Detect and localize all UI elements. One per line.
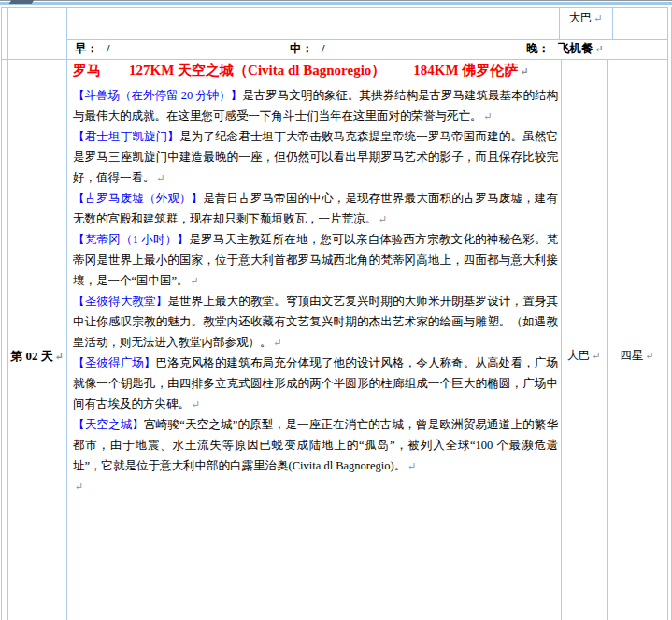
itinerary-document-page: 大巴↵ 早：/ 中：/ 晚：飞机餐↵ 第 02 天↵ 罗马 127KM 天空之城… <box>0 0 672 620</box>
row-divider-below-meals <box>1 59 668 60</box>
itinerary-paragraph: 【君士坦丁凯旋门】是为了纪念君士坦丁大帝击败马克森提皇帝统一罗马帝国而建的。虽然… <box>73 126 558 188</box>
paragraph-heading: 【君士坦丁凯旋门】 <box>73 130 179 143</box>
paragraph-heading: 【圣彼得广场】 <box>73 356 156 369</box>
top-row-hotel-divider <box>612 7 613 39</box>
corner-mark <box>9 0 35 4</box>
paragraph-heading: 【古罗马废墟（外观）】 <box>73 192 203 205</box>
lunch-field: 中：/ <box>290 41 324 57</box>
empty-paragraph: ↵ <box>73 476 558 497</box>
paragraph-mark-icon: ↵ <box>593 12 602 23</box>
paragraph-mark-icon: ↵ <box>75 481 83 492</box>
dinner-field: 晚：飞机餐↵ <box>526 41 604 57</box>
dinner-label: 晚： <box>526 42 550 55</box>
day-cell: 第 02 天↵ <box>7 348 66 365</box>
paragraph-text: 宫崎骏“天空之城”的原型，是一座正在消亡的古城，曾是欧洲贸易通道上的繁华都市，由… <box>73 418 558 472</box>
top-transport-label: 大巴 <box>568 11 592 24</box>
paragraph-mark-icon: ↵ <box>484 110 493 122</box>
breakfast-value: / <box>107 42 109 55</box>
table-top-border <box>1 7 667 8</box>
hotel-cell: 四星↵ <box>607 348 667 364</box>
paragraph-list: 【斗兽场（在外停留 20 分钟）】是古罗马文明的象征。其拱券结构是古罗马建筑最基… <box>73 85 558 476</box>
table-right-inner-border <box>667 7 668 620</box>
top-window-edge <box>0 0 672 1</box>
paragraph-mark-icon: ↵ <box>520 65 528 77</box>
paragraph-mark-icon: ↵ <box>192 398 200 410</box>
top-transport-cell: 大巴↵ <box>559 10 612 26</box>
transport-label: 大巴 <box>566 349 590 362</box>
paragraph-mark-icon: ↵ <box>595 43 604 54</box>
transport-column-divider <box>561 59 562 620</box>
top-border-band <box>0 2 672 5</box>
paragraph-mark-icon: ↵ <box>645 350 653 361</box>
day-label: 第 02 天 <box>10 349 53 363</box>
paragraph-mark-icon: ↵ <box>191 275 199 286</box>
itinerary-paragraph: 【古罗马废墟（外观）】是昔日古罗马帝国的中心，是现存世界最大面积的古罗马废墟，建… <box>73 188 558 229</box>
lunch-label: 中： <box>290 42 313 55</box>
paragraph-mark-icon: ↵ <box>274 337 282 348</box>
paragraph-heading: 【圣彼得大教堂】 <box>73 295 167 308</box>
route-title-text: 罗马 127KM 天空之城（Civita dl Bagnoregio） 184K… <box>73 63 518 78</box>
row-divider-above-meals <box>66 39 668 40</box>
transport-cell: 大巴↵ <box>561 348 607 364</box>
hotel-column-divider <box>607 59 608 620</box>
itinerary-paragraph: 【斗兽场（在外停留 20 分钟）】是古罗马文明的象征。其拱券结构是古罗马建筑最基… <box>73 85 558 126</box>
breakfast-label: 早： <box>75 42 98 55</box>
breakfast-field: 早：/ <box>75 41 109 57</box>
itinerary-content-cell: 罗马 127KM 天空之城（Civita dl Bagnoregio） 184K… <box>73 62 558 497</box>
itinerary-paragraph: 【圣彼得广场】巴洛克风格的建筑布局充分体现了他的设计风格，令人称奇。从高处看，广… <box>73 353 558 414</box>
dinner-value: 飞机餐 <box>558 42 593 55</box>
paragraph-heading: 【梵蒂冈（1 小时）】 <box>73 233 189 246</box>
paragraph-heading: 【斗兽场（在外停留 20 分钟）】 <box>73 89 242 102</box>
lunch-value: / <box>322 42 324 55</box>
paragraph-mark-icon: ↵ <box>157 172 165 183</box>
paragraph-mark-icon: ↵ <box>407 460 416 471</box>
paragraph-heading: 【天空之城】 <box>73 418 144 431</box>
table-left-inner-border <box>7 7 8 620</box>
paragraph-mark-icon: ↵ <box>379 213 387 224</box>
day-column-divider <box>66 7 67 620</box>
hotel-label: 四星 <box>620 349 643 362</box>
meals-row: 早：/ 中：/ 晚：飞机餐↵ <box>66 41 667 59</box>
itinerary-paragraph: 【圣彼得大教堂】是世界上最大的教堂。穹顶由文艺复兴时期的大师米开朗基罗设计，置身… <box>73 291 558 353</box>
paragraph-mark-icon: ↵ <box>592 350 600 361</box>
route-title: 罗马 127KM 天空之城（Civita dl Bagnoregio） 184K… <box>73 62 558 79</box>
paragraph-mark-icon: ↵ <box>55 351 64 362</box>
itinerary-paragraph: 【梵蒂冈（1 小时）】是罗马天主教廷所在地，您可以亲自体验西方宗教文化的神秘色彩… <box>73 229 558 291</box>
table-left-outer-border <box>1 7 2 620</box>
itinerary-paragraph: 【天空之城】宫崎骏“天空之城”的原型，是一座正在消亡的古城，曾是欧洲贸易通道上的… <box>73 414 558 476</box>
